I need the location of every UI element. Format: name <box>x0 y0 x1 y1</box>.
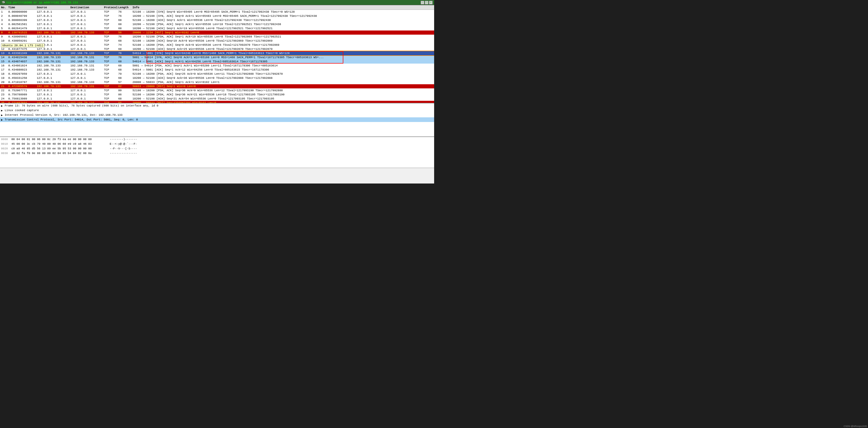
pkt-dst: 127.0.0.1 <box>69 19 103 22</box>
pkt-info: 54614 → 5001 [ACK] Seq=1 Ack=1 Win=64256… <box>131 60 434 63</box>
packet-row[interactable]: 14 0.434015438 192.168.70.133 192.168.70… <box>0 55 434 60</box>
pkt-time: 0.082641479 <box>7 27 36 30</box>
pkt-dst: 127.0.0.1 <box>69 76 103 79</box>
packet-row[interactable]: 22 0.752067771 127.0.0.1 127.0.0.1 TCP 8… <box>0 88 434 93</box>
pkt-no: 15 <box>0 60 7 63</box>
pkt-proto: TCP <box>103 85 117 88</box>
pkt-proto: TCP <box>103 23 117 26</box>
pkt-time: 0.434880923 <box>7 68 36 71</box>
packet-row[interactable]: 4 0.082581581 127.0.0.1 127.0.0.1 TCP 68… <box>0 22 434 26</box>
pkt-time: 0.434015438 <box>7 56 36 59</box>
packet-row[interactable]: 21 0.472365579 192.168.70.133 192.168.70… <box>0 84 434 88</box>
col-header-source: Source <box>36 6 69 9</box>
tooltip-box: Ubuntu 20.04.1 LTS (nd1) <box>1 43 44 47</box>
pkt-dst: 192.168.70.133 <box>69 80 103 84</box>
pkt-info: 18200 → 52198 [PSH, ACK] Seq=1 Ack=19 Wi… <box>131 35 434 38</box>
pkt-proto: TCP <box>103 64 117 67</box>
pkt-len: 76 <box>117 35 131 38</box>
pkt-dst: 127.0.0.1 <box>69 39 103 42</box>
packet-row[interactable]: 24 0.756813989 127.0.0.1 127.0.0.1 TCP 6… <box>0 97 434 101</box>
packet-row[interactable]: 3 0.000066399 127.0.0.1 127.0.0.1 TCP 68… <box>0 18 434 22</box>
hex-ascii: ··F··V···[·S···· <box>110 147 433 150</box>
pkt-src: 127.0.0.1 <box>36 14 69 18</box>
packet-row[interactable]: 12 0.431877475 127.0.0.1 127.0.0.1 TCP 6… <box>0 47 434 51</box>
packet-row[interactable]: 9 0.430905092 127.0.0.1 127.0.0.1 TCP 76… <box>0 35 434 39</box>
detail-area: ▶ Frame 13: 76 bytes on wire (608 bits),… <box>0 103 434 137</box>
pkt-proto: TCP <box>103 31 117 34</box>
pkt-no: 20 <box>0 80 7 84</box>
packet-row[interactable]: 2 0.000040799 127.0.0.1 127.0.0.1 TCP 76… <box>0 14 434 18</box>
pkt-no: 12 <box>0 47 7 51</box>
packet-row[interactable]: 18 0.450297059 127.0.0.1 127.0.0.1 TCP 7… <box>0 72 434 76</box>
packet-row[interactable]: 17 0.434880923 192.168.70.131 192.168.70… <box>0 68 434 72</box>
packet-row[interactable]: 25 0.771657034 192.168.70.131 192.168.70… <box>0 101 434 103</box>
col-header-protocol: Protocol <box>103 6 117 9</box>
pkt-len: 57 <box>117 80 131 84</box>
packet-row[interactable]: 11 0.431851475 127.0.0.1 127.0.0.1 TCP 7… <box>0 43 434 47</box>
pkt-proto: TCP <box>103 56 117 59</box>
column-headers: No. Time Source Destination Protocol Len… <box>0 5 434 10</box>
pkt-proto: TCP <box>103 19 117 22</box>
pkt-dst: 127.0.0.1 <box>69 72 103 75</box>
pkt-time: 0.430905092 <box>7 35 36 38</box>
packet-row[interactable]: 19 0.450331258 127.0.0.1 127.0.0.1 TCP 6… <box>0 76 434 80</box>
packet-row[interactable]: 16 0.434861024 192.168.70.133 192.168.70… <box>0 64 434 68</box>
pkt-src: 127.0.0.1 <box>36 72 69 75</box>
pkt-info: 5001 → 54614 [PSH, ACK] Seq=1 Ack=1 Win=… <box>131 64 434 67</box>
detail-arrow: ▶ <box>1 104 5 107</box>
pkt-proto: TCP <box>103 76 117 79</box>
pkt-info: 52198 → 18200 [PSH, ACK] Seq=36 Ack=9 Wi… <box>131 89 434 92</box>
pkt-src: 127.0.0.1 <box>36 27 69 30</box>
hex-bytes: 00 04 00 01 00 06 00 0c 29 f3 ea ee 00 0… <box>11 138 110 141</box>
pkt-time: 0.752067771 <box>7 89 36 92</box>
packet-row[interactable]: 13 0.433381349 192.168.70.131 192.168.70… <box>0 51 434 55</box>
packet-row[interactable]: 8 0.138791515 192.168.70.131 192.168.70.… <box>0 31 434 35</box>
pkt-dst: 127.0.0.1 <box>69 27 103 30</box>
detail-row[interactable]: ▶ Linux cooked capture <box>0 108 434 113</box>
pkt-dst: 127.0.0.1 <box>69 10 103 13</box>
pkt-proto: TCP <box>103 27 117 30</box>
pkt-src: 192.168.70.133 <box>36 56 69 59</box>
pkt-time: 0.433381349 <box>7 52 36 55</box>
pkt-len: 68 <box>117 23 131 26</box>
close-button[interactable]: ✕ <box>429 1 433 4</box>
pkt-time: 0.082581581 <box>7 23 36 26</box>
pkt-len: 68 <box>117 60 131 63</box>
pkt-src: 192.168.70.131 <box>36 80 69 84</box>
pkt-len: 68 <box>117 97 131 100</box>
pkt-dst: 192.168.70.133 <box>69 101 103 104</box>
detail-row[interactable]: ▶ Transmission Control Protocol, Src Por… <box>0 117 434 122</box>
pkt-proto: TCP <box>103 101 117 104</box>
packet-row[interactable]: 1 0.000000000 127.0.0.1 127.0.0.1 TCP 76… <box>0 10 434 14</box>
pkt-dst: 127.0.0.1 <box>69 97 103 100</box>
pkt-info: 18200 → 52198 [ACK] Seq=1 Ack=19 Win=655… <box>131 27 434 30</box>
pkt-len: 68 <box>117 19 131 22</box>
hex-row: 0020 c0 a8 46 85 d5 56 13 89 ee 5b 95 53… <box>0 146 434 151</box>
minimize-button[interactable]: ─ <box>421 1 424 4</box>
packet-row[interactable]: 5 0.082641479 127.0.0.1 127.0.0.1 TCP 68… <box>0 26 434 31</box>
pkt-info: 52198 → 18200 [PSH, ACK] Seq=36 Ack=21 W… <box>131 93 434 96</box>
packet-row[interactable]: 20 0.471918787 192.168.70.131 192.168.70… <box>0 80 434 84</box>
pkt-proto: TCP <box>103 68 117 71</box>
restore-button[interactable]: ❐ <box>425 1 428 4</box>
detail-row[interactable]: ▶ Frame 13: 76 bytes on wire (608 bits),… <box>0 103 434 108</box>
packet-row[interactable]: 15 0.434074037 192.168.70.131 192.168.70… <box>0 60 434 64</box>
pkt-info: 52198 → 18200 [PSH, ACK] Seq=9 Ack=9 Win… <box>131 43 434 46</box>
hex-offset: 0000 <box>1 138 11 141</box>
pkt-len: 56 <box>117 101 131 104</box>
detail-row[interactable]: ▶ Internet Protocol Version 4, Src: 192.… <box>0 113 434 117</box>
pkt-time: 0.000066399 <box>7 19 36 22</box>
pkt-src: 127.0.0.1 <box>36 47 69 51</box>
packet-row[interactable]: 10 0.430959291 127.0.0.1 127.0.0.1 TCP 6… <box>0 39 434 43</box>
pkt-no: 10 <box>0 39 7 42</box>
pkt-time: 0.450297059 <box>7 72 36 75</box>
packet-row[interactable]: 23 0.756788989 127.0.0.1 127.0.0.1 TCP 8… <box>0 93 434 97</box>
pkt-time: 0.756788989 <box>7 93 36 96</box>
pkt-proto: TCP <box>103 97 117 100</box>
detail-text: Internet Protocol Version 4, Src: 192.16… <box>5 113 433 117</box>
pkt-len: 76 <box>117 56 131 59</box>
pkt-time: 0.431877475 <box>7 47 36 51</box>
pkt-len: 68 <box>117 47 131 51</box>
pkt-info: 20000 → 56033 [PSH, ACK] Seq=1 Ack=1 Win… <box>131 80 434 84</box>
pkt-info: 54614 → 5001 [ACK] Seq=1 Ack=12 Win=6425… <box>131 68 434 71</box>
